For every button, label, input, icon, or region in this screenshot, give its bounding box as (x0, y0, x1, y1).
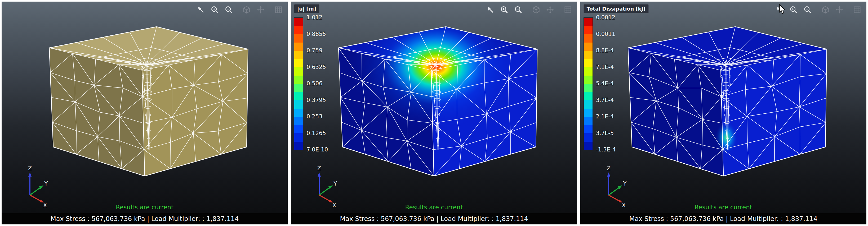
zoom-out-icon (803, 5, 812, 14)
grid-icon (274, 5, 283, 14)
status-bar: Max Stress : 567,063.736 kPa | Load Mult… (291, 213, 577, 224)
pan-icon (256, 5, 265, 14)
legend-labels: 0.0012 0.0011 8.8E-4 7.1E-4 5.4E-4 3.7E-… (593, 14, 616, 153)
legend-tick-label: 2.1E-4 (596, 114, 616, 119)
zoom-out-icon (514, 5, 523, 14)
zoom-in-icon (789, 5, 798, 14)
legend: |u| [m] 1.012 0.8855 0.759 0.6325 0.506 … (294, 4, 328, 153)
z-axis-label: Z (607, 165, 610, 172)
iso-view-button[interactable] (241, 4, 253, 15)
z-axis-arrowhead (607, 172, 610, 177)
x-axis-icon (319, 195, 331, 201)
results-status: Results are current (580, 204, 866, 211)
y-axis-label: Y (334, 181, 337, 187)
viewport-toolbar (193, 4, 284, 15)
select-button[interactable] (484, 4, 496, 15)
select-icon (486, 5, 495, 14)
legend-body: 1.012 0.8855 0.759 0.6325 0.506 0.3795 0… (294, 17, 328, 153)
legend-tick-label: 7.0E-10 (307, 147, 328, 153)
legend-tick-label: 0.0011 (596, 31, 616, 37)
legend: Total Dissipation [kJ] 0.0012 0.0011 8.8… (584, 4, 649, 153)
pan-icon (546, 5, 555, 14)
legend-tick-label: 0.8855 (307, 31, 328, 37)
legend-tick-label: 0.0012 (596, 14, 616, 21)
grid-icon (852, 5, 862, 14)
y-axis-label: Y (623, 181, 626, 187)
viewport-row: Z Y X Results are current Max Stress : 5… (0, 0, 868, 226)
grid-button[interactable] (272, 4, 284, 15)
mouse-cursor (778, 4, 786, 14)
legend-tick-label: 3.7E-4 (596, 97, 616, 103)
z-axis-arrowhead (28, 172, 32, 177)
y-axis-icon (609, 187, 620, 195)
grid-icon (563, 5, 572, 14)
y-axis-arrowhead (618, 185, 622, 189)
viewport-mesh: Z Y X Results are current Max Stress : 5… (2, 2, 288, 224)
zoom-out-button[interactable] (223, 4, 235, 15)
select-button[interactable] (195, 4, 207, 15)
legend-tick-label: 0.1265 (307, 130, 328, 136)
pan-button[interactable] (254, 4, 267, 15)
iso-view-icon (242, 5, 251, 14)
zoom-out-button[interactable] (512, 4, 524, 15)
zoom-out-icon (224, 5, 234, 14)
legend-tick-label: -1.3E-4 (596, 147, 616, 153)
orientation-triad: Z Y X (305, 163, 351, 210)
legend-tick-label: 5.4E-4 (596, 81, 616, 86)
legend-tick-label: 8.8E-4 (596, 47, 616, 53)
legend-tick-label: 0.6325 (307, 64, 328, 70)
x-axis-icon (30, 195, 41, 201)
viewport-displacement: |u| [m] 1.012 0.8855 0.759 0.6325 0.506 … (291, 2, 577, 224)
y-axis-icon (30, 187, 41, 195)
legend-tick-label: 7.1E-4 (596, 64, 616, 70)
legend-tick-label: 0.759 (307, 47, 328, 53)
status-bar: Max Stress : 567,063.736 kPa | Load Mult… (580, 213, 866, 224)
legend-tick-label: 0.506 (307, 81, 328, 86)
legend-colorbar (584, 17, 593, 150)
y-axis-icon (319, 187, 331, 195)
legend-tick-label: 1.012 (307, 14, 328, 21)
zoom-in-icon (210, 5, 219, 14)
pan-icon (835, 5, 844, 14)
results-status: Results are current (2, 204, 288, 211)
legend-tick-label: 0.3795 (307, 97, 328, 103)
zoom-in-icon (500, 5, 509, 14)
legend-tick-label: 3.7E-5 (596, 130, 616, 136)
iso-view-button[interactable] (819, 4, 832, 15)
orientation-triad: Z Y X (594, 163, 641, 210)
zoom-out-button[interactable] (802, 4, 814, 15)
pan-button[interactable] (833, 4, 845, 15)
zoom-in-button[interactable] (787, 4, 800, 15)
z-axis-label: Z (28, 165, 32, 172)
viewport-dissipation: Total Dissipation [kJ] 0.0012 0.0011 8.8… (580, 2, 866, 224)
orientation-triad: Z Y X (16, 163, 62, 210)
zoom-in-button[interactable] (209, 4, 221, 15)
x-axis-icon (609, 195, 620, 201)
y-axis-arrowhead (329, 185, 333, 189)
viewport-toolbar (482, 4, 574, 15)
iso-view-button[interactable] (530, 4, 542, 15)
grid-button[interactable] (562, 4, 574, 15)
z-axis-arrowhead (318, 172, 321, 177)
legend-labels: 1.012 0.8855 0.759 0.6325 0.506 0.3795 0… (303, 14, 328, 153)
legend-body: 0.0012 0.0011 8.8E-4 7.1E-4 5.4E-4 3.7E-… (584, 17, 649, 153)
grid-button[interactable] (851, 4, 863, 15)
y-axis-label: Y (44, 181, 48, 187)
zoom-in-button[interactable] (498, 4, 510, 15)
y-axis-arrowhead (39, 185, 43, 189)
results-status: Results are current (291, 204, 577, 211)
legend-colorbar (294, 17, 303, 150)
legend-tick-label: 0.253 (307, 114, 328, 119)
pan-button[interactable] (544, 4, 556, 15)
legend-title: Total Dissipation [kJ] (584, 4, 649, 13)
status-bar: Max Stress : 567,063.736 kPa | Load Mult… (2, 213, 288, 224)
z-axis-label: Z (317, 165, 321, 172)
iso-view-icon (532, 5, 540, 14)
select-icon (196, 5, 205, 14)
legend-title: |u| [m] (294, 4, 319, 13)
iso-view-icon (821, 5, 830, 14)
